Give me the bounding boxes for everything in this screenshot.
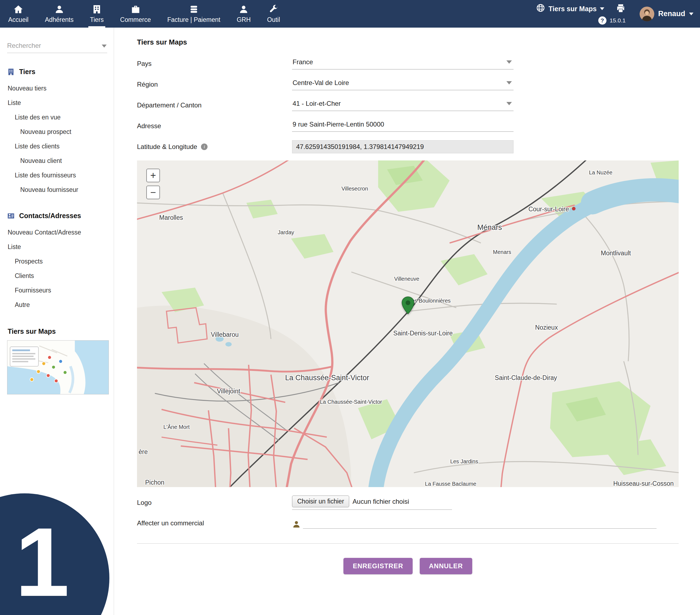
maps-thumbnail[interactable] [7,340,109,394]
select-departement[interactable]: 41 - Loir-et-Cher [292,100,513,111]
page-title: Tiers sur Maps [137,38,679,47]
user-menu[interactable]: Renaud [640,0,693,28]
sidebar-item[interactable]: Nouveau fournisseur [0,183,114,197]
field-value-wrap-adresse: 9 rue Saint-Pierre-Lentin 50000 [292,121,513,132]
commercial-row: Affecter un commercial [137,512,679,534]
readonly-latlong: 47.625914350191984, 1.379814147949219 [292,140,513,153]
annotation-step-number: 1 [15,513,70,611]
nav-item-adherents[interactable]: Adhérents [37,0,82,28]
contact-card-icon [7,212,15,220]
form-row-pays: PaysFrance [137,53,679,74]
sidebar-item[interactable]: Nouveau Contact/Adresse [0,225,114,240]
sidebar-item[interactable]: Liste des fournisseurs [0,168,114,183]
help-icon[interactable]: ? [598,16,607,25]
map-place-label: ère [139,448,148,455]
nav-item-tiers[interactable]: Tiers [82,0,112,28]
chevron-down-icon [507,60,512,64]
sidebar-item[interactable]: Prospects [0,254,114,269]
map-place-label: Villeneuve [394,276,420,282]
sidebar-item[interactable]: Liste des en vue [0,110,114,125]
map-place-label: Huisseau-sur-Cosson [613,480,674,487]
field-label-latlong: Latitude & Longitudei [137,143,292,151]
field-label-text: Latitude & Longitude [137,143,197,151]
field-value-wrap-pays: France [292,58,513,70]
search-input[interactable] [7,42,99,49]
save-button[interactable]: ENREGISTRER [343,558,412,574]
top-nav-right: Tiers sur Maps ? 15.0.1 Renaud [454,0,700,28]
sidebar-section-title: Contacts/Adresses [7,212,114,220]
nav-item-label: GRH [237,16,251,24]
module-selector[interactable]: Tiers sur Maps [536,3,604,14]
meta-row: ? 15.0.1 [598,16,626,25]
map-place-label: La Chaussée-Saint-Victor [320,399,382,405]
print-button[interactable] [616,3,626,14]
map[interactable]: + − La NuzéeVillesecronCour-sur-LoireMén… [137,161,679,487]
cancel-button[interactable]: ANNULER [420,558,472,574]
commercial-field [292,518,657,529]
map-place-label: Les Jardins [450,458,478,464]
form-row-departement: Département / Canton41 - Loir-et-Cher [137,95,679,116]
sidebar-item[interactable]: Liste des clients [0,139,114,154]
zoom-in-button[interactable]: + [146,169,160,182]
sidebar-item[interactable]: Clients [0,269,114,283]
maps-thumbnail-image [8,341,109,394]
sidebar-item[interactable]: Liste [0,240,114,254]
sidebar-section-label: Contacts/Adresses [19,212,81,220]
map-place-label: Cour-sur-Loire [528,205,569,213]
choose-file-button[interactable]: Choisir un fichier [292,495,349,507]
field-label-departement: Département / Canton [137,101,292,109]
building-icon [7,68,15,76]
map-marker-pin[interactable] [401,296,414,314]
nav-item-facture-paiement[interactable]: Facture | Paiement [159,0,228,28]
nav-item-grh[interactable]: GRH [228,0,259,28]
sidebar-item[interactable]: Nouveau client [0,154,114,168]
nav-item-outil[interactable]: Outil [259,0,288,28]
info-icon[interactable]: i [201,143,208,150]
briefcase-icon [131,4,140,14]
map-place-label: Les Boulonnières [408,297,451,304]
printer-icon [616,9,626,14]
form-actions: ENREGISTRER ANNULER [137,558,679,574]
zoom-out-button[interactable]: − [146,186,160,199]
select-pays[interactable]: France [292,58,513,70]
select-region[interactable]: Centre-Val de Loire [292,79,513,90]
sidebar-section-title: Tiers [7,68,114,76]
map-place-label: Villebarou [211,331,239,338]
sidebar-item[interactable]: Nouveau prospect [0,125,114,139]
nav-item-accueil[interactable]: Accueil [0,0,37,28]
nav-item-label: Adhérents [45,16,74,24]
avatar [640,7,654,21]
field-value-wrap-departement: 41 - Loir-et-Cher [292,100,513,111]
nav-item-commerce[interactable]: Commerce [112,0,159,28]
map-place-label: Pichon [145,479,164,486]
sidebar-item[interactable]: Nouveau tiers [0,81,114,96]
search-dropdown-caret[interactable] [102,45,107,48]
commercial-input[interactable] [303,518,657,529]
field-value-wrap-latlong: 47.625914350191984, 1.379814147949219 [292,140,513,153]
file-input[interactable]: Choisir un fichier Aucun fichier choisi [292,495,452,510]
nav-item-label: Facture | Paiement [167,16,221,24]
sidebar-item[interactable]: Liste [0,96,114,110]
sidebar-section-label: Tiers [19,68,35,76]
layers-icon [189,4,199,14]
form-fields: PaysFranceRégionCentre-Val de LoireDépar… [137,53,679,157]
logo-row: Logo Choisir un fichier Aucun fichier ch… [137,493,679,512]
sidebar-item[interactable]: Autre [0,298,114,312]
wrench-icon [268,4,278,14]
field-label-text: Pays [137,60,151,67]
user-name: Renaud [658,10,685,18]
input-adresse[interactable]: 9 rue Saint-Pierre-Lentin 50000 [292,121,513,132]
field-label-pays: Pays [137,60,292,67]
form-row-adresse: Adresse9 rue Saint-Pierre-Lentin 50000 [137,116,679,136]
sidebar-sections: TiersNouveau tiersListeListe des en vueN… [0,68,114,312]
sidebar-item[interactable]: Fournisseurs [0,283,114,298]
chevron-down-icon [507,81,512,85]
nav-item-label: Commerce [120,16,151,24]
map-place-label: Nozieux [535,324,558,331]
map-place-label: La Nuzée [589,170,612,176]
map-place-label: La Fausse Baclaume [425,481,476,487]
home-icon [13,4,23,14]
search-box [7,42,107,53]
field-value-wrap-region: Centre-Val de Loire [292,79,513,90]
user-icon [239,4,249,14]
